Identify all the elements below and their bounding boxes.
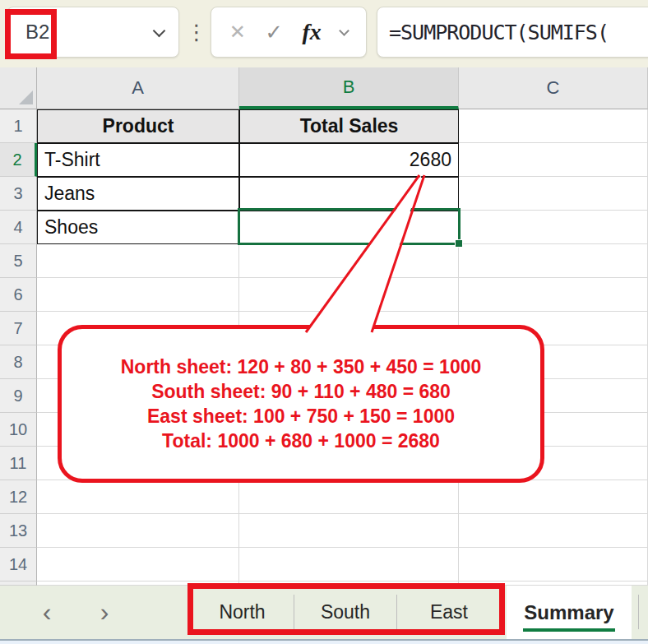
row-header-7[interactable]: 7	[0, 312, 37, 345]
enter-icon[interactable]: ✓	[265, 20, 283, 45]
name-box-value: B2	[25, 21, 49, 44]
cell-c2[interactable]	[459, 143, 648, 177]
sheet-tab-bar: ‹ › North South East Summary	[0, 586, 648, 639]
cell-b3[interactable]	[239, 177, 459, 211]
row-header-10[interactable]: 10	[0, 413, 37, 447]
cell-a5[interactable]	[37, 244, 239, 278]
column-header-c[interactable]: C	[459, 67, 648, 109]
callout-line-east: East sheet: 100 + 750 + 150 = 1000	[147, 405, 455, 429]
active-tab-underline	[523, 628, 615, 632]
column-header-b[interactable]: B	[239, 67, 459, 109]
name-box[interactable]: B2	[7, 7, 179, 58]
cell-a6[interactable]	[37, 278, 239, 312]
cell-c14[interactable]	[459, 548, 648, 581]
more-options-icon[interactable]: ⋮	[189, 7, 204, 58]
cell-c4[interactable]	[459, 211, 648, 244]
cell-a3[interactable]: Jeans	[37, 177, 239, 211]
cell-c6[interactable]	[459, 278, 648, 312]
cell-a12[interactable]	[37, 480, 239, 514]
cell-a2[interactable]: T-Shirt	[37, 143, 239, 177]
cell-b13[interactable]	[239, 514, 459, 548]
row-header-2[interactable]: 2	[0, 143, 37, 177]
cell-b12[interactable]	[239, 480, 459, 514]
callout-line-north: North sheet: 120 + 80 + 350 + 450 = 1000	[121, 355, 482, 379]
cell-b1[interactable]: Total Sales	[239, 109, 459, 143]
column-header-a[interactable]: A	[37, 67, 239, 109]
excel-window: B2 ⋮ ✕ ✓ fx =SUMPRODUCT(SUMIFS( A B C 1 …	[0, 0, 648, 644]
formula-buttons: ✕ ✓ fx	[211, 7, 367, 58]
sheet-tab-summary-label: Summary	[524, 601, 613, 624]
row-header-9[interactable]: 9	[0, 379, 37, 413]
cell-b14[interactable]	[239, 548, 459, 581]
cell-b6[interactable]	[239, 278, 459, 312]
window-bottom-edge	[0, 639, 648, 644]
chevron-down-icon[interactable]	[339, 25, 349, 36]
formula-text: =SUMPRODUCT(SUMIFS(	[389, 21, 609, 44]
callout-line-total: Total: 1000 + 680 + 1000 = 2680	[162, 429, 440, 453]
sheet-tab-summary-active[interactable]: Summary	[507, 586, 632, 639]
row-header-3[interactable]: 3	[0, 177, 37, 211]
cell-b2-selected[interactable]: 2680	[239, 143, 459, 177]
prev-sheet-icon[interactable]: ‹	[35, 586, 59, 639]
formula-bar[interactable]: =SUMPRODUCT(SUMIFS(	[377, 7, 648, 58]
row-header-4[interactable]: 4	[0, 211, 37, 244]
cell-a4[interactable]: Shoes	[37, 211, 239, 244]
cell-c1[interactable]	[459, 109, 648, 143]
next-sheet-icon[interactable]: ›	[92, 586, 117, 639]
cell-c13[interactable]	[459, 514, 648, 548]
callout-line-south: South sheet: 90 + 110 + 480 = 680	[151, 380, 451, 404]
cell-a14[interactable]	[37, 548, 239, 581]
cell-c12[interactable]	[459, 480, 648, 514]
cell-a13[interactable]	[37, 514, 239, 548]
sheet-tab-south[interactable]: South	[294, 586, 396, 639]
cell-a1[interactable]: Product	[37, 109, 239, 143]
row-header-14[interactable]: 14	[0, 548, 37, 581]
cancel-icon[interactable]: ✕	[229, 21, 246, 44]
annotation-callout: North sheet: 120 + 80 + 350 + 450 = 1000…	[58, 325, 544, 483]
cell-c5[interactable]	[459, 244, 648, 278]
row-header-6[interactable]: 6	[0, 278, 37, 312]
sheet-tab-north[interactable]: North	[191, 586, 294, 639]
sheet-tab-east[interactable]: East	[397, 586, 501, 639]
cell-b4[interactable]	[239, 211, 459, 244]
row-header-1[interactable]: 1	[0, 109, 37, 143]
name-box-dropdown-icon[interactable]	[153, 25, 166, 38]
row-header-11[interactable]: 11	[0, 447, 37, 480]
row-header-13[interactable]: 13	[0, 514, 37, 548]
select-all-triangle-icon	[19, 90, 33, 104]
insert-function-icon[interactable]: fx	[303, 19, 322, 45]
row-header-5[interactable]: 5	[0, 244, 37, 278]
formula-toolbar: B2 ⋮ ✕ ✓ fx =SUMPRODUCT(SUMIFS(	[0, 0, 648, 67]
select-all-corner[interactable]	[0, 67, 37, 109]
tab-separator	[638, 595, 639, 629]
row-header-12[interactable]: 12	[0, 480, 37, 514]
cell-c3[interactable]	[459, 177, 648, 211]
row-header-8[interactable]: 8	[0, 345, 37, 379]
cell-b5[interactable]	[239, 244, 459, 278]
